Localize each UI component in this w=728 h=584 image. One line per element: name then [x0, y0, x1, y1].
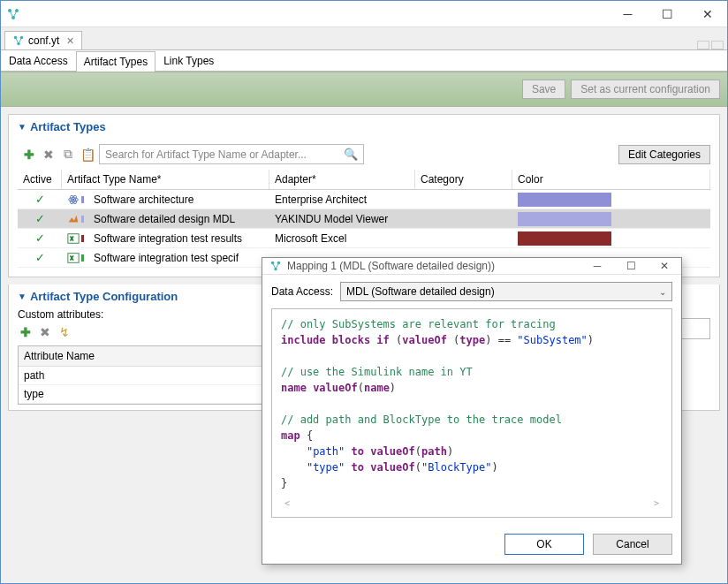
cancel-button[interactable]: Cancel — [593, 534, 672, 555]
col-name[interactable]: Artifact Type Name* — [62, 170, 269, 189]
delete-attr-icon[interactable]: ✖ — [37, 324, 53, 340]
adapter-cell: Microsoft Excel — [269, 232, 415, 245]
maximize-view-icon[interactable] — [711, 41, 724, 49]
col-color[interactable]: Color — [512, 170, 710, 189]
active-checkmark: ✓ — [35, 231, 45, 245]
tab-data-access[interactable]: Data Access — [1, 50, 76, 71]
dialog-close-button[interactable]: ✕ — [651, 260, 678, 272]
dialog-title: Mapping 1 (MDL (Software detailed design… — [287, 260, 495, 272]
dialog-icon — [269, 260, 282, 272]
svg-rect-11 — [68, 253, 79, 262]
editor-tab-row: conf.yt ✕ — [1, 27, 727, 50]
dialog-minimize-button[interactable]: ─ — [584, 260, 610, 272]
artifact-name: Software detailed design MDL — [94, 213, 235, 225]
adapter-cell: Enterprise Architect — [269, 193, 415, 206]
color-swatch[interactable] — [518, 193, 611, 207]
color-swatch[interactable] — [518, 231, 611, 246]
paste-icon[interactable]: 📋 — [80, 147, 95, 163]
ok-button[interactable]: OK — [504, 534, 584, 555]
tab-close-icon[interactable]: ✕ — [66, 35, 74, 47]
data-access-select[interactable]: MDL (Software detailed design) ⌄ — [340, 282, 672, 301]
attribute-row[interactable]: path — [19, 367, 280, 385]
tab-link-types[interactable]: Link Types — [155, 50, 222, 71]
artifact-name: Software integration test specif — [94, 252, 239, 264]
scroll-right-icon[interactable]: > — [654, 497, 659, 510]
artifact-types-section: ▼ Artifact Types ✚ ✖ ⧉ 📋 Search for Arti… — [8, 114, 720, 277]
add-attr-icon[interactable]: ✚ — [18, 324, 34, 340]
artifact-name: Software architecture — [94, 193, 193, 206]
editor-tab-conf[interactable]: conf.yt ✕ — [4, 31, 82, 49]
table-row[interactable]: ✓Software detailed design MDLYAKINDU Mod… — [18, 209, 710, 229]
save-button[interactable]: Save — [522, 80, 565, 99]
col-adapter[interactable]: Adapter* — [269, 170, 415, 189]
config-section-title[interactable]: ▼ Artifact Type Configuration — [18, 290, 281, 303]
set-current-config-button[interactable]: Set as current configuration — [571, 80, 720, 99]
artifact-name: Software integration test results — [94, 232, 242, 245]
svg-rect-10 — [68, 233, 79, 243]
attributes-table: Attribute Name pathtype — [18, 345, 281, 405]
type-icon — [67, 193, 80, 206]
search-icon: 🔍 — [344, 148, 358, 161]
collapse-icon: ▼ — [18, 292, 27, 301]
dialog-maximize-button[interactable]: ☐ — [618, 260, 644, 272]
mapping-code-editor[interactable]: // only SubSystems are relevant for trac… — [271, 308, 672, 518]
copy-icon[interactable]: ⧉ — [60, 147, 76, 163]
col-active[interactable]: Active — [18, 170, 62, 189]
artifact-types-table: Active Artifact Type Name* Adapter* Cate… — [18, 170, 710, 268]
active-checkmark: ✓ — [35, 212, 45, 225]
type-icon — [67, 232, 80, 245]
section-title[interactable]: ▼ Artifact Types — [18, 120, 710, 133]
color-swatch[interactable] — [518, 212, 611, 226]
window-titlebar: ─ ☐ ✕ — [1, 1, 727, 27]
attribute-row[interactable]: type — [19, 385, 280, 404]
tab-artifact-types[interactable]: Artifact Types — [76, 51, 155, 72]
delete-icon[interactable]: ✖ — [41, 147, 57, 163]
data-access-label: Data Access: — [271, 285, 333, 298]
config-tabs: Data Access Artifact Types Link Types — [1, 50, 727, 72]
close-button[interactable]: ✕ — [687, 1, 727, 27]
scroll-left-icon[interactable]: < — [284, 497, 290, 510]
col-category[interactable]: Category — [415, 170, 512, 189]
search-input[interactable]: Search for Artifact Type Name or Adapter… — [99, 144, 364, 164]
minimize-button[interactable]: ─ — [608, 1, 648, 27]
active-checkmark: ✓ — [35, 193, 45, 206]
maximize-button[interactable]: ☐ — [648, 1, 687, 27]
table-row[interactable]: ✓Software architectureEnterprise Archite… — [18, 190, 710, 209]
mapping-dialog: Mapping 1 (MDL (Software detailed design… — [262, 257, 682, 565]
restore-view-icon[interactable] — [697, 41, 709, 49]
chevron-down-icon: ⌄ — [659, 287, 666, 297]
editor-tab-label: conf.yt — [28, 34, 59, 47]
edit-categories-button[interactable]: Edit Categories — [618, 145, 710, 164]
attr-col-name[interactable]: Attribute Name — [19, 346, 280, 367]
collapse-icon: ▼ — [18, 122, 27, 132]
config-toolbar: Save Set as current configuration — [1, 72, 727, 107]
type-icon — [67, 213, 80, 225]
link-attr-icon[interactable]: ↯ — [57, 324, 72, 340]
artifact-type-configuration: ▼ Artifact Type Configuration Custom att… — [8, 284, 291, 411]
adapter-cell: YAKINDU Model Viewer — [269, 213, 415, 225]
app-icon — [6, 7, 20, 21]
table-row[interactable]: ✓Software integration test resultsMicros… — [18, 229, 710, 248]
add-icon[interactable]: ✚ — [21, 147, 37, 163]
type-icon — [67, 252, 80, 264]
svg-point-9 — [72, 198, 75, 201]
file-icon — [12, 34, 25, 47]
active-checkmark: ✓ — [35, 251, 45, 264]
custom-attributes-label: Custom attributes: — [18, 308, 281, 321]
